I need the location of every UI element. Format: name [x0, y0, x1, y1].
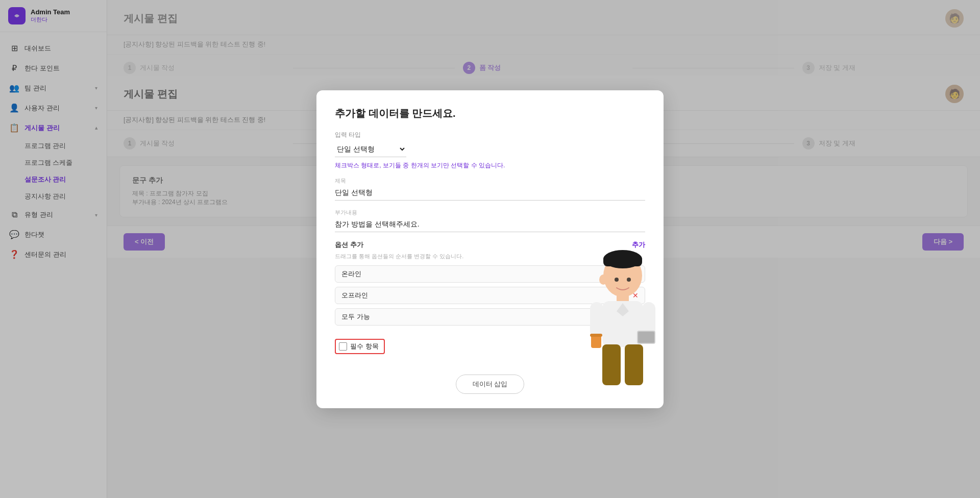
modal-dialog: 추가할 데이터를 만드세요. 입력 타입 단일 선택형 다중 선택형 텍스트 입… — [316, 90, 664, 408]
option-delete-1[interactable]: ✕ — [632, 270, 639, 278]
input-type-row: 단일 선택형 다중 선택형 텍스트 입력형 — [335, 141, 645, 157]
required-label-row[interactable]: 필수 항목 — [335, 339, 385, 354]
modal-footer: 데이터 삽입 — [335, 375, 645, 394]
input-type-label: 입력 타입 — [335, 131, 645, 139]
sub-input[interactable] — [335, 217, 645, 232]
option-input-1[interactable] — [341, 270, 628, 278]
option-item-3: ✕ — [335, 308, 645, 326]
option-delete-3[interactable]: ✕ — [632, 313, 639, 321]
input-type-select[interactable]: 단일 선택형 다중 선택형 텍스트 입력형 — [335, 141, 406, 157]
add-option-button[interactable]: 추가 — [632, 240, 645, 250]
modal-title: 추가할 데이터를 만드세요. — [335, 107, 645, 120]
modal-hint: 체크박스 형태로, 보기들 중 한개의 보기만 선택할 수 있습니다. — [335, 161, 645, 170]
required-text: 필수 항목 — [350, 342, 379, 351]
modal-overlay: 추가할 데이터를 만드세요. 입력 타입 단일 선택형 다중 선택형 텍스트 입… — [0, 0, 980, 498]
drag-hint: 드래그를 통해 옵션들의 순서를 변경할 수 있습니다. — [335, 253, 645, 260]
title-input[interactable] — [335, 186, 645, 201]
title-field-label: 제목 — [335, 177, 645, 185]
options-header: 옵션 추가 추가 — [335, 240, 645, 250]
option-item-1: ✕ — [335, 265, 645, 283]
option-input-3[interactable] — [341, 313, 628, 320]
required-row-wrapper: 필수 항목 — [335, 333, 645, 364]
insert-button[interactable]: 데이터 삽입 — [456, 375, 525, 394]
option-input-2[interactable] — [341, 291, 628, 299]
option-item-2: ✕ — [335, 287, 645, 304]
options-label: 옵션 추가 — [335, 240, 363, 250]
required-checkbox[interactable] — [339, 342, 347, 351]
option-delete-2[interactable]: ✕ — [632, 291, 639, 300]
sub-field-label: 부가내용 — [335, 209, 645, 216]
